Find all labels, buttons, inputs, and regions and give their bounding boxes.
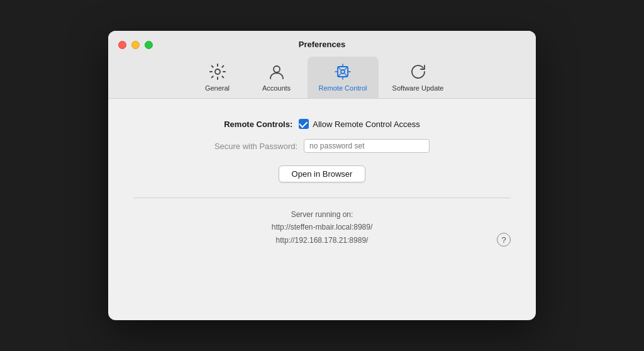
help-button[interactable]: ? — [497, 233, 511, 247]
help-button-container: ? — [497, 233, 511, 247]
tab-toolbar: General Accounts — [184, 57, 460, 98]
tab-remote-control[interactable]: Remote Control — [308, 57, 379, 98]
svg-point-0 — [215, 69, 220, 74]
tab-software-update[interactable]: Software Update — [381, 57, 455, 98]
server-info-line1: Server running on: — [272, 208, 373, 221]
open-browser-button[interactable]: Open in Browser — [279, 165, 366, 182]
svg-point-3 — [341, 70, 345, 74]
tab-general[interactable]: General — [189, 57, 246, 98]
main-content: Remote Controls: Allow Remote Control Ac… — [108, 99, 536, 320]
traffic-lights — [118, 41, 153, 49]
tab-remote-control-label: Remote Control — [319, 84, 367, 92]
update-icon — [408, 62, 428, 82]
remote-control-icon — [333, 62, 353, 82]
password-label: Secure with Password: — [214, 142, 297, 151]
window-title: Preferences — [299, 40, 345, 49]
remote-controls-row: Remote Controls: Allow Remote Control Ac… — [133, 119, 511, 129]
tab-general-label: General — [205, 84, 230, 92]
password-row: Secure with Password: — [133, 139, 511, 153]
svg-point-1 — [274, 66, 280, 72]
tab-accounts-label: Accounts — [262, 84, 291, 92]
bottom-area: Server running on: http://steffen-mbair.… — [133, 208, 511, 247]
divider — [133, 198, 511, 198]
allow-remote-control-checkbox[interactable] — [299, 119, 309, 129]
maximize-button[interactable] — [145, 41, 153, 49]
minimize-button[interactable] — [131, 41, 140, 49]
preferences-window: Preferences General — [108, 31, 536, 320]
allow-remote-control-label: Allow Remote Control Access — [313, 120, 420, 129]
person-icon — [267, 62, 287, 82]
tab-accounts[interactable]: Accounts — [248, 57, 305, 98]
remote-controls-label: Remote Controls: — [224, 120, 292, 129]
password-input[interactable] — [304, 139, 430, 153]
allow-remote-control-container: Allow Remote Control Access — [299, 119, 420, 129]
server-info: Server running on: http://steffen-mbair.… — [272, 208, 373, 247]
titlebar: Preferences General — [108, 31, 536, 99]
server-info-line3: http://192.168.178.21:8989/ — [272, 234, 373, 247]
server-info-line2: http://steffen-mbair.local:8989/ — [272, 221, 373, 233]
close-button[interactable] — [118, 41, 126, 49]
gear-icon — [208, 62, 228, 82]
tab-software-update-label: Software Update — [392, 84, 444, 92]
